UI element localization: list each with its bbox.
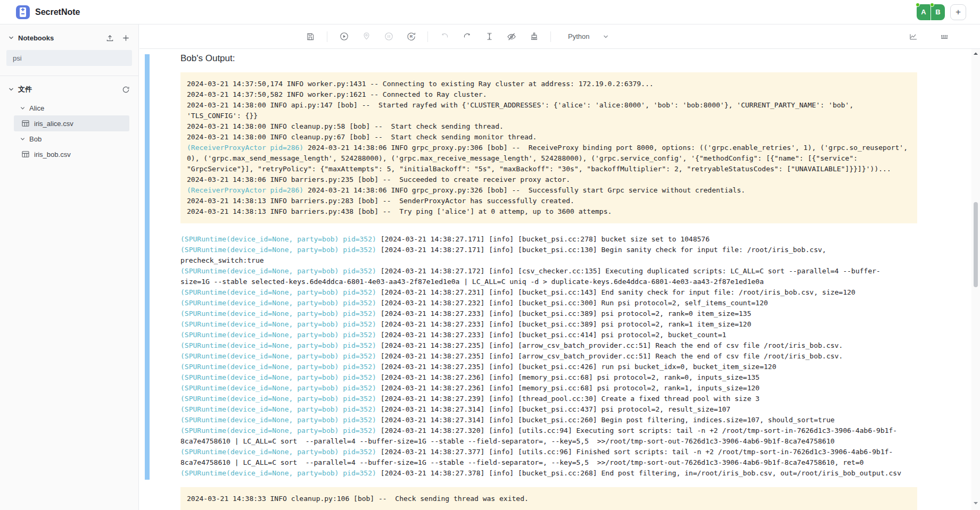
scrollbar-up-arrow[interactable]	[973, 51, 978, 56]
log-line-prefix: (SPURuntime(device_id=None, party=bob) p…	[180, 331, 376, 339]
log-line: (SPURuntime(device_id=None, party=bob) p…	[180, 415, 904, 425]
save-icon[interactable]	[301, 29, 319, 45]
log-line-prefix: (SPURuntime(device_id=None, party=bob) p…	[180, 363, 376, 371]
file-item-label: iris_alice.csv	[34, 120, 73, 128]
output-title: Bob's Output:	[180, 53, 917, 64]
run-cell-icon[interactable]	[335, 29, 353, 45]
log-line: (SPURuntime(device_id=None, party=bob) p…	[180, 319, 904, 330]
chevron-down-icon	[20, 106, 25, 111]
upload-notebook-icon[interactable]	[105, 34, 114, 42]
log-line: 2024-03-21 14:38:00 INFO cleanup.py:58 […	[187, 121, 911, 132]
interrupt-pause-icon[interactable]	[380, 29, 398, 45]
log-line: 2024-03-21 14:38:00 INFO cleanup.py:67 […	[187, 132, 911, 143]
log-line-prefix: (SPURuntime(device_id=None, party=bob) p…	[180, 246, 376, 254]
undo-icon[interactable]	[435, 29, 454, 45]
log-line-prefix: (SPURuntime(device_id=None, party=bob) p…	[180, 267, 376, 275]
redo-icon[interactable]	[458, 29, 476, 45]
add-node-button[interactable]: +	[950, 4, 966, 20]
kernel-name: Python	[568, 32, 589, 40]
log-line-prefix: (SPURuntime(device_id=None, party=bob) p…	[180, 352, 376, 360]
node-status-dot	[930, 3, 934, 7]
log-line-prefix: (SPURuntime(device_id=None, party=bob) p…	[180, 373, 376, 381]
file-group-alice[interactable]: Alice	[0, 101, 138, 115]
log-line-text: [2024-03-21 14:38:27.236] [info] [memory…	[376, 373, 760, 381]
toolbar-separator	[327, 31, 327, 42]
cell-active-indicator[interactable]	[145, 54, 150, 480]
log-line-text: 2024-03-21 14:38:00 INFO cleanup.py:58 […	[187, 122, 504, 130]
hide-output-eye-slash-icon[interactable]	[503, 29, 521, 45]
log-line-prefix: (SPURuntime(device_id=None, party=bob) p…	[180, 341, 376, 349]
log-line-text: 2024-03-21 14:38:06 INFO grpc_proxy.py:3…	[303, 186, 745, 194]
svg-text:R: R	[409, 34, 413, 39]
log-line: 2024-03-21 14:38:13 INFO barriers.py:283…	[187, 196, 911, 206]
log-line-prefix: (SPURuntime(device_id=None, party=bob) p…	[180, 469, 376, 477]
toolbar-separator	[550, 31, 551, 42]
log-line-text: 2024-03-21 14:38:06 INFO barriers.py:235…	[187, 175, 570, 183]
log-line-text: 2024-03-21 14:38:13 INFO barriers.py:283…	[187, 197, 574, 205]
grid-keyboard-icon[interactable]	[935, 29, 953, 45]
log-line: (SPURuntime(device_id=None, party=bob) p…	[180, 394, 904, 404]
node-badge-label: A	[921, 8, 926, 16]
clear-outputs-broom-icon[interactable]	[525, 29, 543, 45]
notebook-item-psi[interactable]: psi	[6, 50, 132, 66]
log-line-prefix: (SPURuntime(device_id=None, party=bob) p…	[180, 299, 376, 307]
sidebar: Notebooks psi 文件 A	[0, 24, 139, 510]
log-block: 2024-03-21 14:38:33 INFO cleanup.py:106 …	[180, 487, 917, 510]
secretnote-logo-icon	[16, 5, 30, 19]
app-header: SecretNote A B +	[0, 0, 980, 24]
log-line-text: [2024-03-21 14:38:27.233] [info] [bucket…	[376, 331, 726, 339]
notebooks-section-header: Notebooks	[0, 32, 138, 44]
run-location-pin-icon[interactable]	[357, 29, 375, 45]
log-line-prefix: (SPURuntime(device_id=None, party=bob) p…	[180, 448, 376, 456]
notebook-toolbar: R Python	[139, 24, 980, 49]
log-line: 2024-03-21 14:38:13 INFO barriers.py:438…	[187, 206, 911, 217]
log-line-prefix: (ReceiverProxyActor pid=286)	[187, 186, 303, 194]
output-log: 2024-03-21 14:37:50,174 INFO worker.py:1…	[180, 72, 917, 510]
log-line: (SPURuntime(device_id=None, party=bob) p…	[180, 308, 904, 319]
notebooks-section-title: Notebooks	[18, 34, 54, 42]
secretnote-app: SecretNote A B + Notebooks	[0, 0, 980, 510]
file-item-iris-alice[interactable]: iris_alice.csv	[14, 115, 129, 131]
scrollbar-down-arrow[interactable]	[973, 500, 978, 506]
kernel-selector[interactable]: Python	[568, 32, 608, 40]
log-line-text: 2024-03-21 14:38:33 INFO cleanup.py:106 …	[187, 495, 529, 503]
log-block: 2024-03-21 14:37:50,174 INFO worker.py:1…	[180, 72, 917, 223]
log-line-prefix: (SPURuntime(device_id=None, party=bob) p…	[180, 384, 376, 392]
chevron-down-icon[interactable]	[9, 87, 14, 92]
adjust-height-icon[interactable]	[480, 29, 498, 45]
notebook-content: Bob's Output: 2024-03-21 14:37:50,174 IN…	[139, 49, 980, 510]
chart-view-icon[interactable]	[904, 29, 923, 45]
node-badge-b[interactable]: B	[931, 4, 945, 20]
log-line: (SPURuntime(device_id=None, party=bob) p…	[180, 404, 904, 415]
file-group-bob[interactable]: Bob	[0, 131, 138, 146]
log-line: (SPURuntime(device_id=None, party=bob) p…	[180, 362, 904, 372]
log-line-text: 2024-03-21 14:38:00 INFO cleanup.py:67 […	[187, 133, 537, 141]
log-line: 2024-03-21 14:38:33 INFO cleanup.py:106 …	[187, 494, 911, 504]
node-badge-a[interactable]: A	[917, 4, 930, 20]
log-line: (SPURuntime(device_id=None, party=bob) p…	[180, 340, 904, 351]
log-line: (SPURuntime(device_id=None, party=bob) p…	[180, 287, 904, 298]
log-block: (SPURuntime(device_id=None, party=bob) p…	[180, 234, 917, 479]
vertical-scrollbar[interactable]	[971, 49, 980, 510]
cell-output: Bob's Output: 2024-03-21 14:37:50,174 IN…	[180, 49, 917, 510]
log-line-text: [2024-03-21 14:38:27.239] [info] [thread…	[376, 395, 760, 403]
log-line-text: [2024-03-21 14:38:27.233] [info] [bucket…	[376, 320, 751, 328]
add-notebook-icon[interactable]	[121, 34, 130, 42]
file-group-label: Alice	[29, 104, 44, 112]
chevron-down-icon[interactable]	[9, 35, 14, 40]
restart-kernel-icon[interactable]: R	[402, 29, 420, 45]
log-line-text: [2024-03-21 14:38:27.235] [info] [arrow_…	[376, 341, 843, 349]
log-line: (SPURuntime(device_id=None, party=bob) p…	[180, 266, 904, 287]
scrollbar-thumb[interactable]	[974, 202, 978, 287]
log-line-text: [2024-03-21 14:38:27.233] [info] [bucket…	[376, 310, 751, 317]
log-line: (SPURuntime(device_id=None, party=bob) p…	[180, 468, 904, 479]
log-line: (SPURuntime(device_id=None, party=bob) p…	[180, 425, 904, 447]
log-line-text: [2024-03-21 14:38:27.171] [info] [bucket…	[376, 235, 710, 243]
node-badge-label: B	[935, 8, 940, 16]
log-line: 2024-03-21 14:37:50,174 INFO worker.py:1…	[187, 79, 911, 89]
file-item-iris-bob[interactable]: iris_bob.csv	[14, 146, 129, 162]
log-line-text: [2024-03-21 14:38:27.235] [info] [arrow_…	[376, 352, 843, 360]
refresh-files-icon[interactable]	[121, 85, 130, 94]
log-line-text: 2024-03-21 14:37:50,174 INFO worker.py:1…	[187, 80, 654, 88]
app-title: SecretNote	[35, 7, 80, 17]
